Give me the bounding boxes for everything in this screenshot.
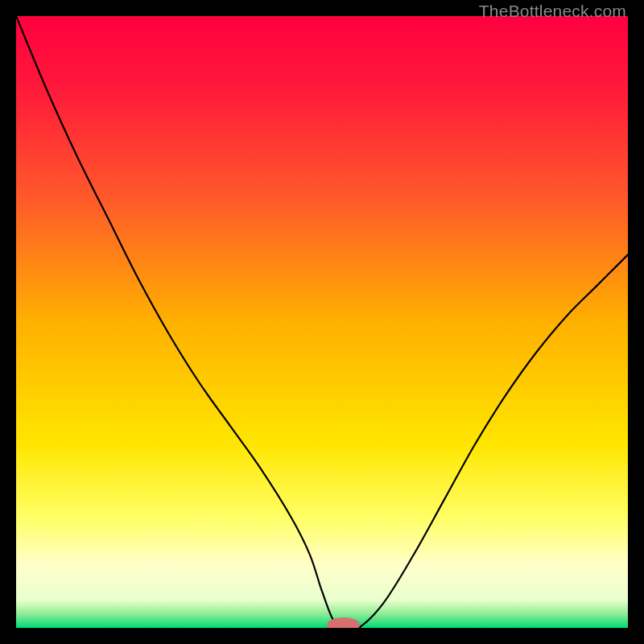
chart-frame: TheBottleneck.com bbox=[0, 0, 644, 644]
bottleneck-chart bbox=[16, 16, 628, 628]
plot-area bbox=[16, 16, 628, 628]
gradient-background bbox=[16, 16, 628, 628]
watermark-text: TheBottleneck.com bbox=[479, 2, 626, 21]
